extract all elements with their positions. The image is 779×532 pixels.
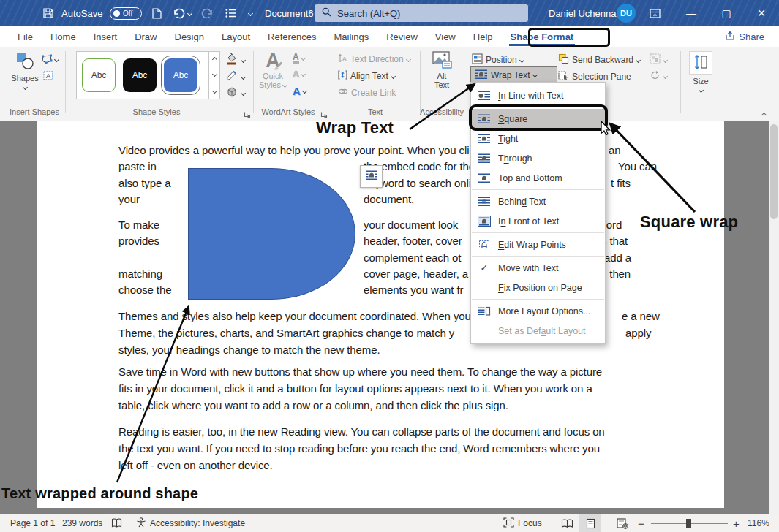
menu-item-label: In Line with Text [498,91,563,101]
user-name[interactable]: Daniel Uchenna [549,6,617,20]
position-icon [472,53,483,66]
tab-layout[interactable]: Layout [213,26,259,47]
tab-design[interactable]: Design [166,26,213,47]
document-text-line: table, click where you want to add a row… [118,399,508,411]
gallery-scroll[interactable] [209,51,220,99]
menu-item-square[interactable]: Square [471,109,605,129]
group-label-wordart-styles: WordArt Styles [261,107,315,116]
edit-shape-button[interactable] [41,54,59,64]
focus-button[interactable]: Focus [503,514,542,532]
document-text-line: fits in your document, click it and a bu… [118,382,592,395]
menu-item-in-front-of-text[interactable]: In Front of Text [471,211,605,231]
shape-outline-button[interactable] [225,69,245,84]
text-fill-button: A [293,53,305,64]
zoom-in-button[interactable]: + [733,514,740,532]
print-layout-button[interactable] [579,514,601,532]
gallery-up-icon[interactable] [211,57,217,62]
web-layout-button[interactable] [611,514,633,532]
document-text-line: also type a [118,177,170,189]
menu-item-fix-position-on-page[interactable]: Fix Position on Page [471,278,605,297]
title-bar: AutoSave Off Document6 - Word Search (Al… [0,0,779,26]
tab-references[interactable]: References [259,26,325,47]
menu-item-label: Square [498,114,527,124]
menu-item-move-with-text[interactable]: ✓Move with Text [471,258,605,278]
search-input[interactable]: Search (Alt+Q) [315,4,528,22]
close-button[interactable]: ✕ [749,0,774,26]
word-window: AutoSave Off Document6 - Word Search (Al… [0,0,779,532]
minimize-button[interactable]: — [679,0,704,26]
menu-item-top-and-bottom[interactable]: Top and Bottom [471,168,605,188]
menu-item-set-as-default-layout[interactable]: Set as Default Layout [471,321,605,341]
text-box-button[interactable]: A [42,70,54,81]
send-backward-icon [558,53,569,66]
size-button[interactable]: Size [686,51,715,92]
tab-shape-format[interactable]: Shape Format [502,26,583,47]
shape-style-thumb-3-selected[interactable]: Abc [164,58,197,92]
tab-draw[interactable]: Draw [126,26,165,47]
layout-options-button[interactable] [360,165,383,188]
tab-review[interactable]: Review [377,26,426,47]
undo-button[interactable] [173,6,192,20]
zoom-out-button[interactable]: − [638,514,644,532]
qat-more-chevron-icon[interactable] [249,6,252,20]
group-label-text: Text [368,107,383,116]
tab-home[interactable]: Home [42,26,85,47]
svg-text:A: A [46,72,50,80]
accessibility-status[interactable]: Accessibility: Investigate [136,514,245,532]
shape-style-thumb-1[interactable]: Abc [82,58,116,92]
share-button[interactable]: Share [719,28,770,45]
menu-item-edit-wrap-points[interactable]: Edit Wrap Points [471,235,605,254]
position-button[interactable]: Position [472,53,524,66]
proofing-icon[interactable] [111,514,122,532]
maximize-button[interactable]: ▢ [714,0,739,26]
avatar[interactable]: DU [617,4,636,23]
zoom-level[interactable]: 116% [748,514,769,532]
tab-mailings[interactable]: Mailings [325,26,378,47]
autosave-toggle[interactable]: Off [110,6,142,20]
gallery-more-icon[interactable] [212,88,217,93]
document-text-line: provides [118,235,159,247]
shape-fill-button[interactable] [225,53,245,67]
menu-item-in-line-with-text[interactable]: In Line with Text [471,86,605,105]
tab-file[interactable]: File [9,26,42,47]
document-text-line: Save time in Word with new buttons that … [118,365,602,378]
position-label: Position [486,55,517,65]
create-link-icon [338,87,348,98]
group-label-insert-shapes: Insert Shapes [10,107,59,116]
word-count[interactable]: 239 words [62,514,102,532]
ribbon-display-options-icon[interactable] [642,0,667,26]
menu-item-label: Edit Wrap Points [498,240,566,250]
ribbon-tabs: FileHomeInsertDrawDesignLayoutReferences… [0,26,779,47]
text-outline-button: A [293,69,305,79]
menu-item-tight[interactable]: Tight [471,129,605,148]
save-icon[interactable] [42,6,54,20]
menu-item-behind-text[interactable]: Behind Text [471,191,605,211]
read-mode-button[interactable] [556,514,578,532]
new-file-icon[interactable] [152,6,162,20]
shapes-button[interactable]: Shapes [9,51,41,89]
menu-item-more-layout-options[interactable]: More Layout Options... [471,301,605,321]
scrollbar-thumb[interactable] [770,124,778,219]
collapse-ribbon-icon[interactable] [762,107,766,120]
tab-view[interactable]: View [426,26,464,47]
zoom-slider-thumb[interactable] [686,519,691,528]
send-backward-button[interactable]: Send Backward [558,53,640,66]
drawn-shape[interactable] [188,168,355,300]
tab-insert[interactable]: Insert [85,26,127,47]
bullet-list-icon[interactable] [225,6,237,20]
shape-style-thumb-2[interactable]: Abc [123,58,157,92]
zoom-slider[interactable] [651,514,728,532]
text-effects-button[interactable]: A [293,86,306,96]
shape-effects-button[interactable] [225,86,245,100]
gallery-down-icon[interactable] [211,72,217,77]
tab-help[interactable]: Help [464,26,502,47]
shape-styles-dialog-launcher-icon[interactable] [244,108,251,121]
vertical-scrollbar[interactable] [769,121,779,514]
page-indicator[interactable]: Page 1 of 1 [10,514,55,532]
wrap-text-button[interactable]: Wrap Text [470,66,557,83]
shape-style-gallery: AbcAbcAbc [76,51,209,99]
document-page[interactable]: Video provides a powerful way to help yo… [37,121,724,508]
menu-item-through[interactable]: Through [471,148,605,168]
align-text-button[interactable]: Align Text [338,70,395,82]
alt-text-button[interactable]: Alt Text [426,51,458,89]
